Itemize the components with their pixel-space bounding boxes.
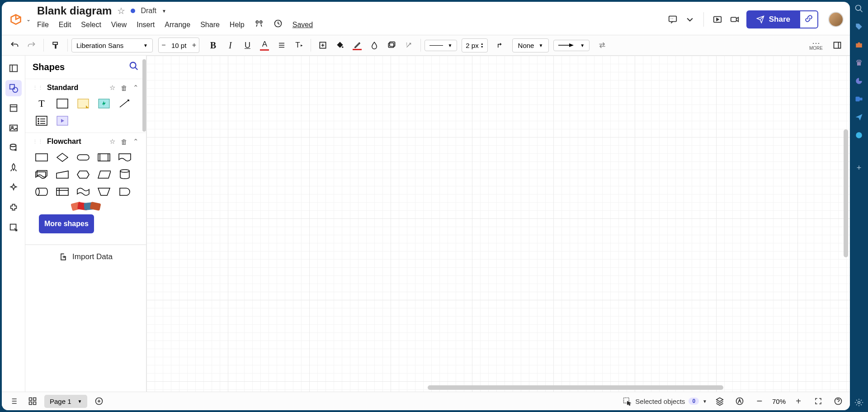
rail-export-button[interactable]: [5, 219, 22, 236]
pages-grid-icon[interactable]: [25, 394, 40, 408]
vertical-scrollbar[interactable]: [844, 129, 848, 257]
underline-button[interactable]: U: [239, 37, 255, 53]
shape-insert-button[interactable]: [315, 37, 331, 53]
shape-decision[interactable]: [53, 150, 71, 165]
delete-icon[interactable]: 🗑: [121, 84, 127, 92]
rail-ai-button[interactable]: [5, 180, 22, 196]
layers-icon[interactable]: [712, 394, 727, 408]
shape-manual-op[interactable]: [95, 185, 113, 199]
import-data-button[interactable]: Import Data: [25, 245, 146, 269]
shape-text[interactable]: T: [33, 96, 51, 111]
opacity-button[interactable]: [366, 37, 382, 53]
shape-delay[interactable]: [116, 185, 134, 199]
rail-send-icon[interactable]: [854, 112, 864, 122]
canvas[interactable]: [146, 56, 850, 392]
rail-outlook-icon[interactable]: [854, 94, 864, 104]
shape-terminator[interactable]: [74, 150, 92, 165]
rail-panel-button[interactable]: [5, 60, 22, 76]
document-title[interactable]: Blank diagram: [37, 5, 112, 17]
line-style-select[interactable]: ▼: [425, 40, 457, 51]
font-family-select[interactable]: Liberation Sans▼: [71, 38, 153, 52]
page-tab[interactable]: Page 1▼: [44, 395, 87, 408]
history-icon[interactable]: [274, 19, 283, 30]
expand-down-icon[interactable]: [684, 14, 695, 25]
line-end-select[interactable]: ▼: [553, 40, 590, 51]
shape-database[interactable]: [116, 167, 134, 182]
rail-skype-icon[interactable]: [854, 130, 864, 140]
text-color-button[interactable]: A: [256, 37, 273, 53]
video-icon[interactable]: [729, 14, 740, 25]
menu-arrange[interactable]: Arrange: [165, 21, 190, 29]
status-caret-icon[interactable]: ▼: [162, 9, 166, 14]
rail-launch-button[interactable]: [5, 160, 22, 176]
shape-frame[interactable]: [53, 114, 71, 128]
menu-insert[interactable]: Insert: [137, 21, 155, 29]
drag-handle-icon[interactable]: ⋮⋮: [33, 85, 43, 91]
drag-handle-icon[interactable]: ⋮⋮: [33, 139, 43, 145]
line-swap-button[interactable]: [594, 37, 610, 53]
effects-button[interactable]: [383, 37, 400, 53]
font-size-value[interactable]: 10 pt: [169, 42, 189, 49]
shape-preparation[interactable]: [74, 167, 92, 182]
shape-predefined[interactable]: [95, 150, 113, 165]
font-size-increase[interactable]: +: [189, 38, 199, 52]
rail-search-icon[interactable]: [854, 4, 864, 14]
line-start-select[interactable]: None▼: [512, 38, 549, 52]
text-style-button[interactable]: T▸: [291, 37, 307, 53]
rail-briefcase-icon[interactable]: [854, 40, 864, 50]
menu-help[interactable]: Help: [230, 21, 245, 29]
pin-icon[interactable]: ☆: [109, 137, 115, 146]
zoom-in-button[interactable]: +: [791, 394, 806, 408]
rail-settings-icon[interactable]: [854, 398, 864, 407]
shape-line[interactable]: [116, 96, 134, 111]
rail-shapes-button[interactable]: [5, 80, 22, 96]
present-icon[interactable]: [712, 14, 723, 25]
more-shapes-button[interactable]: More shapes: [39, 214, 94, 233]
shape-document[interactable]: [116, 150, 134, 165]
rail-data-button[interactable]: [5, 140, 22, 156]
horizontal-scrollbar[interactable]: [428, 385, 723, 390]
comment-icon[interactable]: [667, 14, 678, 25]
shape-paper-tape[interactable]: [74, 185, 92, 199]
rail-tag-icon[interactable]: [854, 22, 864, 32]
collapse-icon[interactable]: ⌃: [133, 137, 139, 146]
shape-internal-storage[interactable]: [53, 185, 71, 199]
shape-multidoc[interactable]: [33, 167, 51, 182]
shapes-search-icon[interactable]: [129, 61, 139, 73]
app-menu-caret[interactable]: ⌄: [26, 16, 31, 23]
add-page-button[interactable]: [92, 394, 106, 408]
fullscreen-icon[interactable]: [811, 394, 826, 408]
accessibility-icon[interactable]: [732, 394, 747, 408]
panel-scrollbar[interactable]: [142, 59, 146, 132]
rail-images-button[interactable]: [5, 120, 22, 136]
share-button[interactable]: Share: [746, 10, 800, 28]
saved-indicator[interactable]: Saved: [292, 21, 313, 29]
redo-button[interactable]: [24, 37, 40, 53]
shape-process[interactable]: [33, 150, 51, 165]
toggle-right-panel-button[interactable]: [829, 37, 845, 53]
fill-color-button[interactable]: [332, 37, 348, 53]
bold-button[interactable]: B: [205, 37, 221, 53]
delete-icon[interactable]: 🗑: [121, 138, 127, 146]
rail-add-icon[interactable]: +: [854, 163, 864, 173]
user-avatar[interactable]: [828, 12, 844, 27]
share-link-button[interactable]: [799, 10, 818, 28]
collapse-icon[interactable]: ⌃: [133, 84, 139, 92]
shape-manual-input[interactable]: [53, 167, 71, 182]
shape-note[interactable]: [74, 96, 92, 111]
border-color-button[interactable]: [349, 37, 365, 53]
menu-view[interactable]: View: [111, 21, 127, 29]
menu-share[interactable]: Share: [200, 21, 220, 29]
magic-button[interactable]: [401, 37, 417, 53]
menu-edit[interactable]: Edit: [59, 21, 71, 29]
app-logo[interactable]: [8, 12, 24, 27]
help-icon[interactable]: [831, 394, 845, 408]
zoom-level[interactable]: 70%: [772, 398, 786, 405]
selected-objects-indicator[interactable]: Selected objects 0 ▼: [623, 397, 707, 406]
toolbar-more-button[interactable]: ⋯MORE: [807, 40, 826, 51]
outline-icon[interactable]: [6, 394, 21, 408]
find-icon[interactable]: [255, 19, 264, 30]
zoom-out-button[interactable]: −: [752, 394, 767, 408]
rail-plugins-button[interactable]: [5, 199, 22, 216]
font-size-decrease[interactable]: −: [159, 38, 169, 52]
